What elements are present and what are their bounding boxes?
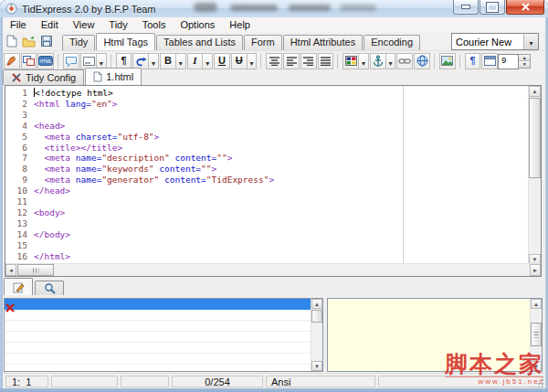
- font-color-dropdown[interactable]: [359, 53, 369, 69]
- chevron-down-icon: [179, 53, 183, 69]
- anchor-button[interactable]: [370, 53, 386, 69]
- scrollbar-thumb[interactable]: [311, 310, 322, 323]
- font-family-value: Courier New: [452, 37, 523, 48]
- tab-source-view[interactable]: [4, 278, 33, 295]
- italic-icon: I: [193, 56, 196, 66]
- scroll-left-button[interactable]: [5, 264, 16, 276]
- new-file-button[interactable]: [3, 33, 20, 49]
- minimize-button[interactable]: [453, 0, 479, 15]
- strikethrough-button[interactable]: U: [231, 53, 248, 69]
- form-field-dropdown[interactable]: [97, 53, 107, 69]
- preview-window-button[interactable]: [481, 53, 498, 69]
- messages-panel[interactable]: [4, 298, 323, 372]
- tab-form[interactable]: Form: [244, 35, 282, 50]
- open-file-button[interactable]: [20, 33, 37, 49]
- scroll-up-button[interactable]: [529, 86, 541, 97]
- tab-1-html[interactable]: 1.html: [85, 68, 142, 85]
- underline-button[interactable]: U: [214, 53, 230, 69]
- tab-encoding[interactable]: Encoding: [364, 35, 420, 50]
- output-scrollbar[interactable]: [530, 299, 542, 371]
- message-row[interactable]: [5, 321, 311, 332]
- menu-item-file[interactable]: File: [3, 17, 34, 32]
- menu-item-edit[interactable]: Edit: [34, 17, 66, 32]
- scrollbar-thumb[interactable]: [531, 323, 542, 346]
- menu-item-tools[interactable]: Tools: [135, 17, 174, 32]
- line-text: </html>: [34, 251, 70, 262]
- align-center-button[interactable]: [266, 53, 282, 69]
- run-browser-button[interactable]: [4, 53, 20, 69]
- line-number: 2: [5, 99, 34, 110]
- window-icon: [484, 56, 496, 66]
- code-line: 7 <meta name="description" content="">: [5, 153, 528, 164]
- html-source-button[interactable]: HTML: [37, 53, 54, 69]
- align-left-button[interactable]: [283, 53, 300, 69]
- align-justify-button[interactable]: [318, 53, 334, 69]
- scroll-right-button[interactable]: [530, 264, 541, 276]
- error-close-icon[interactable]: [5, 300, 15, 316]
- tab-tidy-config[interactable]: Tidy Config: [3, 69, 84, 85]
- message-row[interactable]: [5, 310, 311, 321]
- italic-dropdown[interactable]: [203, 53, 213, 69]
- tab-html-tags[interactable]: Html Tags: [96, 33, 155, 51]
- scrollbar-thumb[interactable]: [17, 264, 54, 276]
- message-row[interactable]: [5, 354, 311, 365]
- title-bar[interactable]: TidExpress 2.0 by B.F.P Team: [0, 0, 548, 18]
- combo-dropdown-button[interactable]: [523, 34, 538, 49]
- tab-html-attributes[interactable]: Html Attributes: [283, 35, 364, 50]
- paragraph-button[interactable]: ¶: [116, 53, 132, 69]
- strikethrough-dropdown[interactable]: [248, 53, 258, 69]
- message-row[interactable]: [5, 343, 311, 354]
- font-family-combo[interactable]: Courier New: [451, 33, 539, 50]
- hyperlink-button[interactable]: [396, 53, 413, 69]
- output-panel[interactable]: [327, 298, 543, 372]
- menu-item-help[interactable]: Help: [222, 17, 258, 32]
- tab-preview[interactable]: [35, 281, 64, 295]
- message-row[interactable]: [5, 332, 311, 343]
- menu-item-view[interactable]: View: [66, 17, 102, 32]
- code-editor[interactable]: 1<!doctype html>2<html lang="en">34<head…: [5, 85, 542, 277]
- spin-down-button[interactable]: ▼: [519, 60, 530, 68]
- comment-button[interactable]: [63, 53, 79, 69]
- toolbar-separator: [434, 54, 435, 69]
- font-size-input[interactable]: 9: [498, 54, 519, 69]
- line-number: 15: [5, 240, 34, 251]
- menu-bar: File Edit View Tidy Tools Options Help: [3, 17, 545, 33]
- blurred-area: [194, 3, 217, 12]
- menu-item-tidy[interactable]: Tidy: [101, 17, 134, 32]
- close-button[interactable]: [506, 0, 544, 15]
- font-color-button[interactable]: [342, 53, 359, 69]
- bold-dropdown[interactable]: [176, 53, 186, 69]
- editor-horizontal-scrollbar[interactable]: [5, 263, 541, 276]
- chevron-down-icon: [362, 53, 365, 69]
- code-lines[interactable]: 1<!doctype html>2<html lang="en">34<head…: [5, 88, 528, 264]
- line-break-dropdown[interactable]: [149, 53, 159, 69]
- show-paragraph-marks-button[interactable]: ¶: [465, 53, 481, 69]
- tab-tidy[interactable]: Tidy: [62, 35, 95, 50]
- tab-tables-lists[interactable]: Tables and Lists: [156, 35, 243, 50]
- scroll-up-button[interactable]: [531, 299, 542, 309]
- bold-button[interactable]: B: [160, 53, 176, 69]
- save-button[interactable]: [37, 33, 55, 49]
- maximize-button[interactable]: [480, 0, 505, 15]
- menu-item-options[interactable]: Options: [173, 17, 222, 32]
- anchor-dropdown[interactable]: [386, 53, 396, 69]
- form-field-button[interactable]: [80, 53, 97, 69]
- code-line: 3: [5, 110, 528, 121]
- message-row-selected[interactable]: [5, 299, 311, 310]
- web-button[interactable]: [414, 53, 430, 69]
- frames-button[interactable]: [21, 53, 37, 69]
- align-right-button[interactable]: [300, 53, 317, 69]
- line-text: <meta name="keywords" content="">: [34, 164, 216, 175]
- toolbar-separator: [459, 54, 460, 69]
- line-break-button[interactable]: [132, 53, 149, 69]
- editor-vertical-scrollbar[interactable]: [528, 86, 541, 265]
- scroll-up-button[interactable]: [311, 299, 322, 309]
- resize-grip[interactable]: [535, 378, 544, 387]
- scroll-down-button[interactable]: [311, 361, 322, 371]
- scrollbar-thumb[interactable]: [529, 98, 541, 178]
- scroll-down-button[interactable]: [531, 361, 542, 371]
- font-size-spinner: 9 ▲ ▼: [498, 54, 531, 69]
- italic-button[interactable]: I: [187, 53, 204, 69]
- insert-image-button[interactable]: [439, 53, 456, 69]
- messages-scrollbar[interactable]: [311, 299, 322, 371]
